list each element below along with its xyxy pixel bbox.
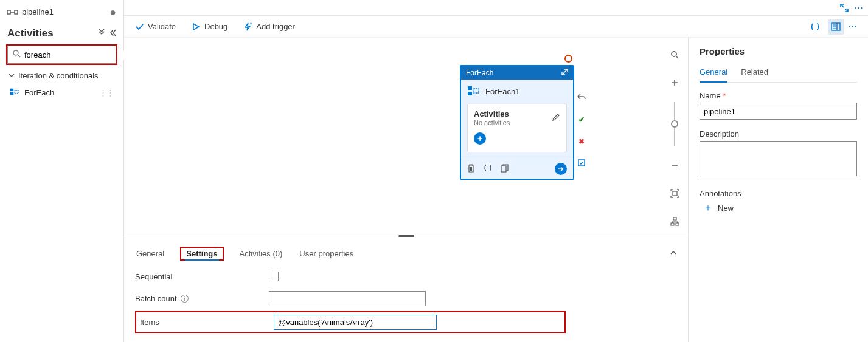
- svg-rect-0: [7, 10, 10, 14]
- node-name: ForEach1: [485, 87, 519, 96]
- more-icon[interactable]: ···: [855, 3, 863, 12]
- tab-settings-highlight: Settings: [180, 247, 223, 261]
- svg-rect-15: [671, 223, 674, 225]
- batch-count-label: Batch count i: [135, 294, 263, 303]
- add-activity-button[interactable]: +: [474, 132, 486, 145]
- foreach-icon: [10, 87, 19, 98]
- props-tab-related[interactable]: Related: [741, 65, 768, 82]
- batch-count-row: Batch count i: [135, 286, 677, 311]
- annotations-field-label: Annotations: [700, 189, 857, 198]
- properties-toggle-button[interactable]: [828, 19, 844, 35]
- fit-screen-icon[interactable]: [666, 185, 683, 202]
- open-node-icon[interactable]: ➔: [555, 163, 567, 175]
- zoom-out-icon[interactable]: [666, 157, 683, 174]
- svg-point-12: [672, 52, 676, 56]
- new-annotation-label: New: [718, 203, 734, 213]
- description-input[interactable]: [700, 141, 857, 176]
- zoom-slider-knob[interactable]: [671, 120, 678, 128]
- info-icon[interactable]: i: [181, 295, 189, 303]
- success-connector-icon[interactable]: ✔: [578, 115, 585, 124]
- add-annotation-button[interactable]: ＋ New: [700, 202, 857, 214]
- panel-collapse-icon[interactable]: [670, 249, 677, 258]
- svg-rect-8: [468, 92, 472, 95]
- collapse-all-icon[interactable]: [98, 29, 105, 38]
- debug-button[interactable]: Debug: [192, 22, 227, 31]
- node-activities-sub: No activities: [474, 119, 510, 126]
- svg-rect-14: [673, 217, 676, 220]
- tab-user-properties[interactable]: User properties: [298, 247, 355, 261]
- activity-item-label: ForEach: [24, 88, 54, 97]
- svg-rect-10: [501, 166, 506, 172]
- node-collapse-icon[interactable]: [561, 69, 568, 77]
- name-field-label: Name *: [700, 91, 857, 100]
- zoom-in-icon[interactable]: [666, 74, 683, 91]
- activity-item-foreach[interactable]: ForEach ⋮⋮: [7, 84, 116, 101]
- node-title-row: ForEach1: [461, 80, 573, 100]
- activity-search-input[interactable]: [24, 50, 127, 60]
- canvas-search-icon[interactable]: [666, 46, 683, 63]
- pipeline-name-input[interactable]: [700, 103, 857, 120]
- collapse-panel-icon[interactable]: [109, 29, 116, 38]
- node-activities-box[interactable]: Activities No activities +: [467, 104, 567, 152]
- tab-general[interactable]: General: [135, 247, 165, 261]
- category-iteration[interactable]: Iteration & conditionals: [7, 65, 116, 84]
- svg-rect-5: [15, 91, 18, 93]
- add-trigger-button[interactable]: Add trigger: [243, 22, 295, 31]
- edit-activities-icon[interactable]: [552, 113, 560, 123]
- settings-panel: General Settings Activities (0) User pro…: [124, 238, 688, 342]
- node-code-icon[interactable]: [484, 164, 492, 174]
- name-label-text: Name: [700, 91, 721, 100]
- completion-connector-icon[interactable]: [578, 159, 585, 168]
- sequential-checkbox[interactable]: [269, 272, 279, 281]
- pipeline-toolbar: Validate Debug Add trigger ···: [124, 16, 868, 38]
- activities-heading: Activities: [7, 27, 54, 39]
- pipeline-tab[interactable]: pipeline1 ●: [7, 5, 116, 22]
- svg-rect-3: [10, 89, 13, 91]
- batch-count-text: Batch count: [135, 294, 177, 303]
- pipeline-icon: [7, 8, 18, 16]
- activities-header: Activities: [7, 22, 116, 46]
- delete-node-icon[interactable]: [467, 164, 475, 174]
- properties-tabs: General Related: [700, 65, 857, 83]
- debug-label: Debug: [204, 22, 227, 31]
- undo-connector-icon[interactable]: [577, 94, 586, 102]
- window-top-bar: ···: [124, 0, 868, 16]
- items-input[interactable]: [274, 315, 437, 330]
- node-connector-icons: ✔ ✖: [577, 94, 586, 168]
- validate-label: Validate: [148, 22, 176, 31]
- svg-rect-7: [468, 86, 472, 90]
- items-label: Items: [140, 318, 268, 327]
- layout-icon[interactable]: [666, 213, 683, 230]
- fail-connector-icon[interactable]: ✖: [578, 137, 585, 146]
- pipeline-tab-title: pipeline1: [22, 7, 54, 16]
- foreach-node-icon: [467, 86, 479, 97]
- tab-settings[interactable]: Settings: [185, 247, 218, 261]
- main-area: ··· Validate Debug Add trigger: [124, 0, 868, 342]
- clone-node-icon[interactable]: [501, 164, 509, 174]
- settings-tabs: General Settings Activities (0) User pro…: [135, 243, 677, 267]
- code-view-button[interactable]: [807, 19, 823, 35]
- foreach-activity-node[interactable]: ForEach ForEach1 Activ: [460, 65, 574, 180]
- validate-button[interactable]: Validate: [135, 22, 176, 31]
- pipeline-canvas[interactable]: ForEach ForEach1 Activ: [124, 38, 688, 234]
- svg-rect-16: [676, 223, 679, 225]
- zoom-slider[interactable]: [674, 102, 675, 146]
- expand-icon[interactable]: [840, 4, 849, 12]
- node-action-bar: ➔: [461, 159, 573, 179]
- sequential-label: Sequential: [135, 272, 263, 281]
- svg-rect-9: [474, 89, 479, 93]
- svg-rect-1: [15, 10, 18, 14]
- node-header[interactable]: ForEach: [461, 66, 573, 80]
- drag-handle-icon[interactable]: ⋮⋮: [99, 88, 114, 97]
- tab-activities[interactable]: Activities (0): [238, 247, 284, 261]
- sequential-row: Sequential: [135, 267, 677, 286]
- activity-search[interactable]: [7, 46, 116, 64]
- props-tab-general[interactable]: General: [700, 65, 727, 83]
- canvas-column: ForEach ForEach1 Activ: [124, 38, 688, 342]
- toolbar-more-icon[interactable]: ···: [849, 22, 857, 31]
- chevron-down-icon: [9, 71, 15, 80]
- canvas-zoom-rail: ↙: [666, 46, 683, 230]
- activities-sidebar: pipeline1 ● Activities I: [0, 0, 124, 342]
- batch-count-input[interactable]: [269, 291, 426, 306]
- plus-icon: ＋: [703, 202, 713, 214]
